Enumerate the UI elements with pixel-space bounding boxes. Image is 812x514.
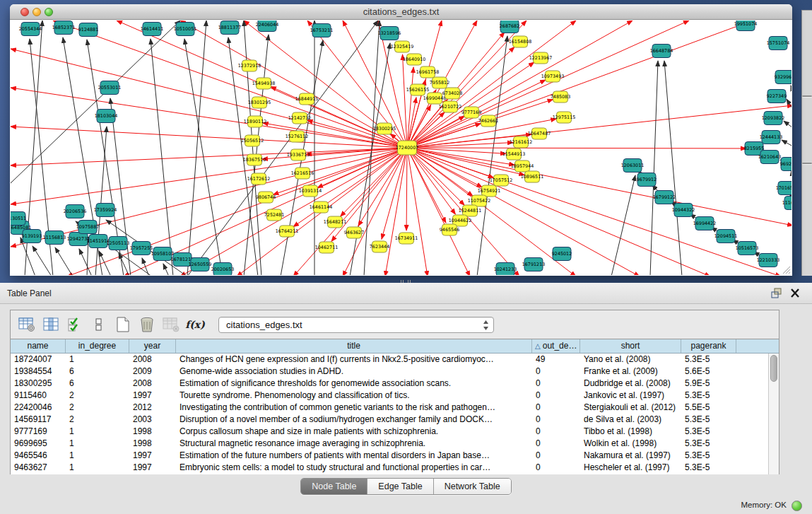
table-cell[interactable]: Nakamura et al. (1997) bbox=[580, 450, 681, 462]
table-cell[interactable]: 5.3E-5 bbox=[681, 390, 736, 402]
table-cell[interactable]: 18300295 bbox=[11, 378, 66, 390]
graph-node[interactable]: 7252481 bbox=[264, 209, 284, 221]
close-panel-icon[interactable] bbox=[788, 287, 802, 300]
delete-table-icon[interactable] bbox=[160, 314, 182, 335]
graph-node[interactable]: 10647487 bbox=[528, 128, 551, 139]
graph-node[interactable]: 17957255 bbox=[130, 242, 153, 255]
graph-node[interactable]: 9227349 bbox=[767, 90, 787, 103]
table-cell[interactable]: 5.9E-5 bbox=[681, 378, 736, 390]
table-cell[interactable]: Franke et al. (2009) bbox=[580, 366, 681, 378]
graph-node[interactable]: 15648211 bbox=[324, 216, 347, 228]
column-header-title[interactable]: title bbox=[176, 339, 532, 353]
graph-node[interactable]: 18300295 bbox=[373, 123, 396, 134]
delete-icon[interactable] bbox=[136, 314, 158, 335]
graph-node[interactable]: 12650559 bbox=[189, 258, 212, 271]
graph-node[interactable]: 18640910 bbox=[403, 54, 426, 65]
table-row[interactable]: 911546021997Tourette syndrome. Phenomeno… bbox=[11, 390, 768, 402]
graph-node[interactable]: 10944322 bbox=[672, 204, 695, 217]
graph-node[interactable]: 17240007 bbox=[396, 141, 419, 155]
table-cell[interactable]: 2008 bbox=[129, 378, 176, 390]
graph-node[interactable]: 16210643 bbox=[758, 151, 782, 164]
graph-node[interactable]: 17359924 bbox=[94, 204, 117, 217]
table-cell[interactable]: 1997 bbox=[129, 462, 176, 474]
graph-node[interactable]: 9463627 bbox=[344, 227, 364, 238]
scrollbar-thumb[interactable] bbox=[770, 355, 777, 382]
table-cell[interactable]: 1 bbox=[66, 438, 129, 450]
graph-node[interactable]: 16216516 bbox=[291, 168, 314, 179]
table-cell[interactable]: 2 bbox=[66, 414, 129, 426]
graph-node[interactable]: 10241233 bbox=[494, 263, 517, 276]
vertical-scrollbar[interactable] bbox=[768, 354, 779, 474]
graph-node[interactable]: 16852371 bbox=[52, 21, 76, 35]
table-cell[interactable]: 1998 bbox=[129, 438, 176, 450]
graph-node[interactable]: 12142732 bbox=[288, 112, 312, 124]
table-cell[interactable]: Structural magnetic resonance image aver… bbox=[176, 438, 532, 450]
graph-node[interactable]: 11544913 bbox=[502, 148, 526, 160]
graph-node[interactable]: 9692971 bbox=[780, 158, 792, 171]
table-cell[interactable]: de Silva et al. (2003) bbox=[580, 414, 681, 426]
table-cell[interactable]: 9463627 bbox=[11, 462, 66, 474]
graph-node[interactable]: 6734028 bbox=[442, 88, 462, 99]
graph-node[interactable]: 11890112 bbox=[244, 116, 267, 127]
table-cell[interactable]: 5.3E-5 bbox=[681, 414, 736, 426]
table-cell[interactable]: Investigating the contribution of common… bbox=[176, 402, 532, 414]
column-header-pagerank[interactable]: pagerank bbox=[681, 339, 736, 353]
graph-node[interactable]: 18301295 bbox=[248, 97, 271, 108]
table-cell[interactable]: 2003 bbox=[129, 414, 176, 426]
graph-node[interactable]: 9777169 bbox=[461, 107, 481, 118]
table-cell[interactable]: Dudbridge et al. (2008) bbox=[580, 378, 681, 390]
table-cell[interactable]: Estimation of the future numbers of pati… bbox=[176, 450, 532, 462]
table-cell[interactable]: Disruption of a novel member of a sodium… bbox=[176, 414, 532, 426]
column-header-in_degree[interactable]: in_degree bbox=[66, 339, 129, 353]
table-cell[interactable]: 22420046 bbox=[11, 402, 66, 414]
table-cell[interactable]: 1 bbox=[66, 354, 129, 366]
graph-node[interactable]: 12213967 bbox=[529, 52, 553, 64]
float-panel-icon[interactable] bbox=[770, 287, 784, 300]
table-cell[interactable]: Embryonic stem cells: a model to study s… bbox=[176, 462, 532, 474]
graph-node[interactable]: 10896511 bbox=[521, 171, 544, 182]
graph-node[interactable]: 9329966 bbox=[775, 71, 792, 84]
tab-node-table[interactable]: Node Table bbox=[301, 479, 367, 494]
table-cell[interactable]: Changes of HCN gene expression and I(f) … bbox=[176, 354, 532, 366]
column-header-name[interactable]: name bbox=[11, 339, 66, 353]
table-cell[interactable]: 0 bbox=[532, 390, 580, 402]
graph-node[interactable]: 16461144 bbox=[310, 201, 333, 213]
table-row[interactable]: 977716911998Corpus callosum shape and si… bbox=[11, 426, 768, 438]
column-header-year[interactable]: year bbox=[129, 339, 176, 353]
graph-node[interactable]: 12325419 bbox=[391, 41, 414, 52]
graph-node[interactable]: 12094511 bbox=[714, 230, 738, 243]
graph-node[interactable]: 7462661 bbox=[478, 115, 498, 127]
graph-node[interactable]: 18811377 bbox=[218, 21, 242, 35]
graph-node[interactable]: 10516573 bbox=[736, 242, 759, 255]
graph-node[interactable]: 20554344 bbox=[19, 23, 42, 36]
table-row[interactable]: 1830029562008Estimation of significance … bbox=[11, 378, 768, 390]
table-cell[interactable]: 49 bbox=[532, 354, 580, 366]
table-cell[interactable]: 6 bbox=[66, 366, 129, 378]
table-cell[interactable]: 5.3E-5 bbox=[681, 354, 736, 366]
table-cell[interactable]: 1998 bbox=[129, 426, 176, 438]
graph-node[interactable]: 16753211 bbox=[310, 24, 334, 37]
table-row[interactable]: 1938455462009Genome-wide association stu… bbox=[11, 366, 768, 378]
table-row[interactable]: 1456911722003Disruption of a novel membe… bbox=[11, 414, 768, 426]
table-cell[interactable]: 2009 bbox=[129, 366, 176, 378]
graph-node[interactable]: 9806744 bbox=[256, 192, 276, 203]
graph-node[interactable]: 12093822 bbox=[762, 112, 785, 125]
select-all-columns-icon[interactable] bbox=[64, 314, 86, 335]
table-cell[interactable]: Wolkin et al. (1998) bbox=[580, 438, 681, 450]
table-row[interactable]: 946554611997Estimation of the future num… bbox=[11, 450, 768, 462]
table-row[interactable]: 2242004622012Investigating the contribut… bbox=[11, 402, 768, 414]
table-cell[interactable]: Tourette syndrome. Phenomenology and cla… bbox=[176, 390, 532, 402]
graph-node[interactable]: 14614411 bbox=[141, 23, 164, 36]
table-cell[interactable]: 5.3E-5 bbox=[681, 450, 736, 462]
column-header-short[interactable]: short bbox=[580, 339, 681, 353]
graph-node[interactable]: 12444133 bbox=[760, 131, 783, 144]
table-cell[interactable]: 0 bbox=[532, 366, 580, 378]
table-row[interactable]: 969969511998Structural magnetic resonanc… bbox=[11, 438, 768, 450]
table-cell[interactable]: 9115460 bbox=[11, 390, 66, 402]
table-cell[interactable]: 19384554 bbox=[11, 366, 66, 378]
table-cell[interactable]: Yano et al. (2008) bbox=[580, 354, 681, 366]
graph-node[interactable]: 9139193 bbox=[22, 230, 42, 243]
graph-node[interactable]: 11156813 bbox=[43, 231, 66, 245]
graph-node[interactable]: 2687682 bbox=[500, 21, 519, 33]
graph-node[interactable]: 15626155 bbox=[406, 84, 430, 95]
